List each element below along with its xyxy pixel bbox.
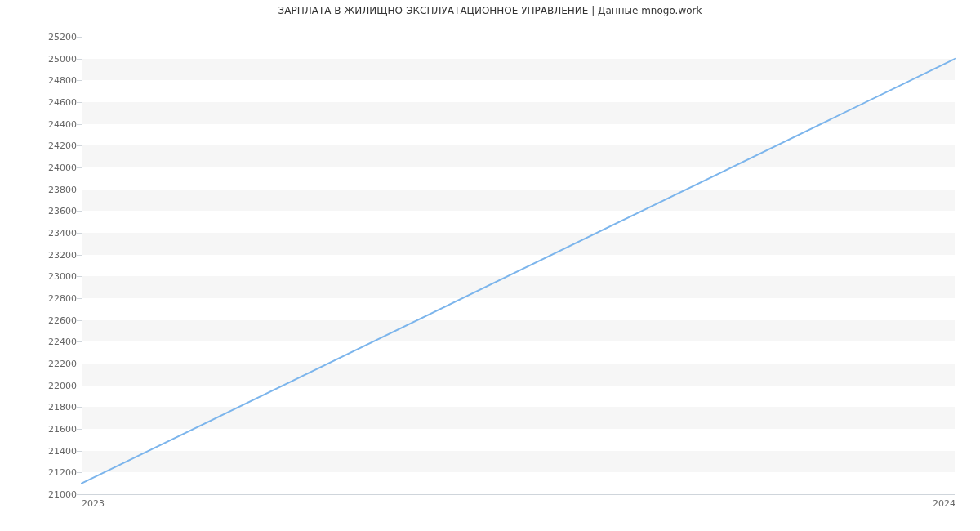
y-tick-label: 22400 xyxy=(48,337,77,347)
y-tick-label: 22800 xyxy=(48,293,77,304)
y-tick-label: 25200 xyxy=(48,32,77,42)
y-tick-label: 24000 xyxy=(48,163,77,173)
y-tick-mark xyxy=(77,386,82,386)
y-tick-label: 21600 xyxy=(48,424,77,435)
y-tick-label: 21400 xyxy=(48,445,77,456)
y-tick-mark xyxy=(77,102,82,103)
chart-title: ЗАРПЛАТА В ЖИЛИЩНО-ЭКСПЛУАТАЦИОННОЕ УПРА… xyxy=(0,5,980,16)
x-tick-label: 2024 xyxy=(933,498,956,509)
x-tick-label: 2023 xyxy=(82,498,105,509)
y-tick-label: 23400 xyxy=(48,228,77,239)
y-tick-mark xyxy=(77,276,82,277)
y-tick-label: 24200 xyxy=(48,141,77,151)
series-line-layer xyxy=(82,37,956,494)
y-tick-label: 23000 xyxy=(48,271,77,282)
y-tick-mark xyxy=(77,37,82,38)
y-tick-label: 21800 xyxy=(48,402,77,413)
y-tick-label: 24800 xyxy=(48,75,77,86)
y-tick-label: 23800 xyxy=(48,184,77,194)
plot-area xyxy=(82,37,956,494)
y-tick-mark xyxy=(77,298,82,299)
y-tick-mark xyxy=(77,233,82,234)
y-tick-label: 22200 xyxy=(48,359,77,369)
y-tick-mark xyxy=(77,167,82,168)
y-tick-mark xyxy=(77,190,82,190)
y-tick-mark xyxy=(77,407,82,408)
y-tick-mark xyxy=(77,429,82,430)
y-tick-label: 21200 xyxy=(48,467,77,478)
y-tick-mark xyxy=(77,59,82,60)
y-tick-label: 24600 xyxy=(48,97,77,108)
y-tick-label: 23600 xyxy=(48,206,77,216)
y-tick-mark xyxy=(77,124,82,125)
y-tick-mark xyxy=(77,211,82,212)
y-tick-mark xyxy=(77,80,82,81)
y-tick-label: 23200 xyxy=(48,249,77,260)
y-tick-mark xyxy=(77,472,82,473)
chart-container: ЗАРПЛАТА В ЖИЛИЩНО-ЭКСПЛУАТАЦИОННОЕ УПРА… xyxy=(0,0,980,531)
series-line xyxy=(82,59,956,484)
y-tick-mark xyxy=(77,364,82,364)
y-tick-label: 21000 xyxy=(48,489,77,500)
y-tick-label: 25000 xyxy=(48,53,77,64)
y-tick-label: 22600 xyxy=(48,315,77,325)
y-tick-label: 24400 xyxy=(48,118,77,129)
x-axis-line xyxy=(82,494,956,495)
y-tick-mark xyxy=(77,320,82,321)
y-tick-mark xyxy=(77,494,82,495)
y-tick-mark xyxy=(77,255,82,256)
y-tick-label: 22000 xyxy=(48,380,77,390)
y-tick-mark xyxy=(77,451,82,452)
y-tick-mark xyxy=(77,341,82,342)
y-tick-mark xyxy=(77,145,82,146)
